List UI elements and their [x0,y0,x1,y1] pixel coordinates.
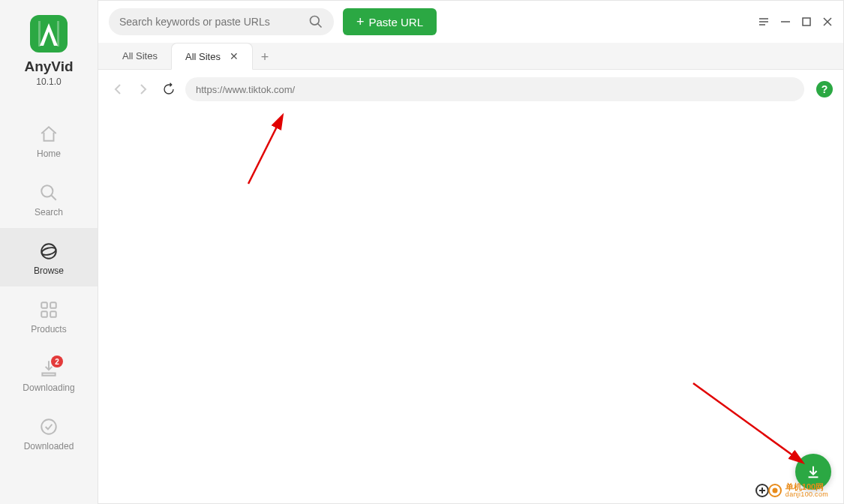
svg-point-11 [311,16,320,26]
sidebar-item-label: Browse [34,266,64,276]
svg-rect-9 [50,311,56,317]
home-icon [39,124,59,144]
maximize-icon[interactable] [801,16,812,27]
tab-all-sites[interactable]: All Sites [109,42,171,69]
sidebar-item-label: Downloaded [24,441,74,452]
sidebar-item-downloaded[interactable]: Downloaded [0,404,98,462]
help-button[interactable]: ? [816,81,833,98]
tab-label: All Sites [122,50,158,62]
tabs-bar: All Sites All Sites ✕ + [98,43,843,70]
sidebar-item-browse[interactable]: Browse [0,228,98,286]
reload-button[interactable] [160,80,178,98]
sidebar-item-label: Downloading [23,382,74,393]
downloaded-icon [39,417,59,436]
app-logo [30,15,68,52]
sidebar-item-home[interactable]: Home [0,111,98,170]
svg-point-4 [41,244,56,259]
products-icon [39,300,59,320]
forward-button[interactable] [134,80,152,98]
logo-icon [38,20,60,47]
search-icon [308,14,323,29]
app-version: 10.1.0 [36,76,61,87]
svg-rect-7 [50,302,56,308]
search-icon [39,183,59,202]
top-bar: + Paste URL [98,1,843,43]
main-panel: + Paste URL All Sites All Sites ✕ + [98,0,844,504]
url-box[interactable] [185,77,804,101]
annotation-arrow-1 [233,109,301,191]
sidebar-item-products[interactable]: Products [0,286,98,345]
close-tab-icon[interactable]: ✕ [230,50,239,62]
sidebar-item-downloading[interactable]: 2 Downloading [0,345,98,404]
browser-nav-row: ? [98,70,843,109]
svg-rect-6 [41,302,47,308]
svg-rect-17 [803,18,810,26]
download-fab[interactable] [795,454,831,490]
tab-all-sites-active[interactable]: All Sites ✕ [171,43,253,70]
svg-point-5 [41,246,56,256]
sidebar: AnyVid 10.1.0 Home Search Browse Product… [0,0,98,504]
minimize-icon[interactable] [780,16,791,27]
svg-point-10 [41,419,56,434]
svg-point-2 [41,185,53,196]
chevron-left-icon [114,84,122,94]
sidebar-item-label: Home [37,148,61,159]
global-search-input[interactable] [119,16,302,28]
browse-icon [39,242,59,261]
window-controls [758,16,833,28]
sidebar-item-label: Search [35,207,63,218]
url-input[interactable] [196,84,794,95]
app-name: AnyVid [24,58,73,75]
svg-rect-8 [41,311,47,317]
svg-rect-0 [38,21,41,46]
paste-url-label: Paste URL [369,16,424,28]
global-search-box[interactable] [109,8,334,35]
back-button[interactable] [109,80,127,98]
new-tab-button[interactable]: + [253,45,277,69]
reload-icon [162,82,176,96]
svg-line-20 [248,116,282,184]
chevron-right-icon [140,84,147,94]
sidebar-item-search[interactable]: Search [0,170,98,228]
download-icon [805,464,821,480]
browser-content [98,109,844,504]
downloading-badge: 2 [51,356,63,368]
plus-icon: + [356,15,365,28]
svg-rect-1 [57,21,59,46]
svg-line-3 [51,195,56,200]
paste-url-button[interactable]: + Paste URL [343,8,437,35]
close-icon[interactable] [822,16,833,27]
svg-line-12 [318,24,322,28]
sidebar-item-label: Products [31,324,66,334]
menu-icon[interactable] [758,16,770,28]
tab-label: All Sites [185,51,221,62]
